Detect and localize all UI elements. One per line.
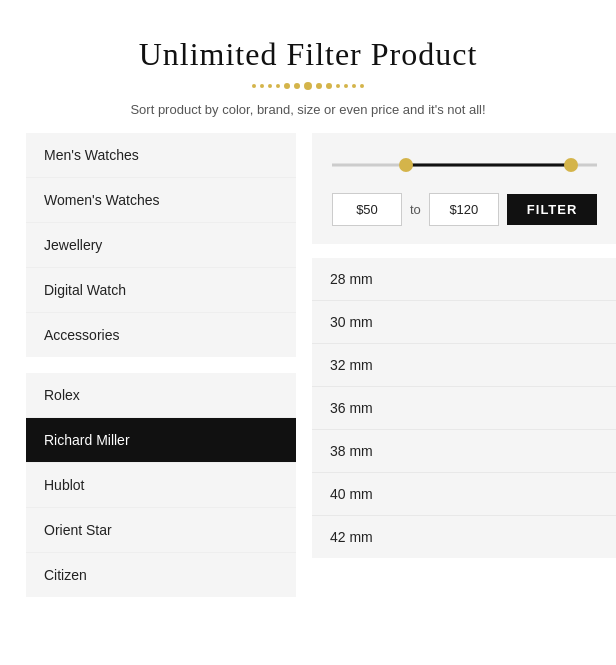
category-item-jewellery[interactable]: Jewellery (26, 223, 296, 268)
main-content: Men's Watches Women's Watches Jewellery … (0, 133, 616, 597)
size-item-32mm[interactable]: 32 mm (312, 344, 616, 387)
dot (294, 83, 300, 89)
brand-list: Rolex Richard Miller Hublot Orient Star … (26, 373, 296, 597)
slider-fill (406, 164, 571, 167)
slider-thumb-min[interactable] (399, 158, 413, 172)
size-item-36mm[interactable]: 36 mm (312, 387, 616, 430)
dot (360, 84, 364, 88)
brand-item-orient-star[interactable]: Orient Star (26, 508, 296, 553)
dot (326, 83, 332, 89)
size-item-42mm[interactable]: 42 mm (312, 516, 616, 558)
page-header: Unlimited Filter Product Sort product by… (0, 0, 616, 133)
price-separator: to (410, 202, 421, 217)
size-item-30mm[interactable]: 30 mm (312, 301, 616, 344)
dot (260, 84, 264, 88)
page-subtitle: Sort product by color, brand, size or ev… (20, 102, 596, 117)
filter-button[interactable]: FILTER (507, 194, 598, 225)
price-max-input[interactable] (429, 193, 499, 226)
dot (284, 83, 290, 89)
category-list: Men's Watches Women's Watches Jewellery … (26, 133, 296, 357)
dot (252, 84, 256, 88)
dot (352, 84, 356, 88)
price-inputs: to FILTER (332, 193, 597, 226)
decorative-dots (20, 83, 596, 90)
category-item-mens-watches[interactable]: Men's Watches (26, 133, 296, 178)
price-min-input[interactable] (332, 193, 402, 226)
size-list: 28 mm 30 mm 32 mm 36 mm 38 mm 40 mm 42 m… (312, 258, 616, 558)
dot (336, 84, 340, 88)
dot (304, 82, 312, 90)
size-item-28mm[interactable]: 28 mm (312, 258, 616, 301)
brand-item-richard-miller[interactable]: Richard Miller (26, 418, 296, 463)
category-item-digital-watch[interactable]: Digital Watch (26, 268, 296, 313)
category-item-accessories[interactable]: Accessories (26, 313, 296, 357)
size-item-38mm[interactable]: 38 mm (312, 430, 616, 473)
dot (268, 84, 272, 88)
slider-thumb-max[interactable] (564, 158, 578, 172)
dot (316, 83, 322, 89)
price-filter-box: to FILTER (312, 133, 616, 244)
category-item-womens-watches[interactable]: Women's Watches (26, 178, 296, 223)
price-slider[interactable] (332, 153, 597, 177)
brand-item-citizen[interactable]: Citizen (26, 553, 296, 597)
slider-track (332, 164, 597, 167)
left-panel: Men's Watches Women's Watches Jewellery … (26, 133, 296, 597)
dot (344, 84, 348, 88)
page-title: Unlimited Filter Product (20, 36, 596, 73)
brand-item-hublot[interactable]: Hublot (26, 463, 296, 508)
brand-item-rolex[interactable]: Rolex (26, 373, 296, 418)
size-item-40mm[interactable]: 40 mm (312, 473, 616, 516)
right-panel: to FILTER 28 mm 30 mm 32 mm 36 mm 38 mm … (312, 133, 616, 597)
dot (276, 84, 280, 88)
